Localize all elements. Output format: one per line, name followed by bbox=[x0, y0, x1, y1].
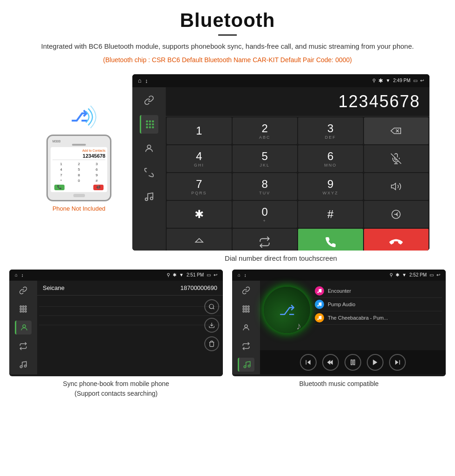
dial-key-7[interactable]: 7 PQRS bbox=[167, 173, 232, 200]
dial-key-2[interactable]: 2 ABC bbox=[233, 117, 298, 144]
contacts-layout: Seicane 18700000690 bbox=[9, 281, 223, 374]
time-display: 2:49 PM bbox=[393, 78, 410, 83]
track-3-name: The Cheebacabra - Pum... bbox=[328, 315, 388, 321]
contacts-main: Seicane 18700000690 bbox=[37, 281, 223, 374]
svg-point-51 bbox=[320, 291, 322, 292]
svg-point-33 bbox=[209, 304, 214, 309]
dial-key-mute[interactable] bbox=[364, 145, 429, 172]
contacts-sidebar bbox=[9, 281, 37, 374]
contacts-sidebar-link[interactable] bbox=[15, 283, 32, 297]
phone-key-7[interactable]: 7 bbox=[52, 173, 70, 178]
svg-marker-59 bbox=[327, 360, 331, 365]
music-bt-icon: ✱ bbox=[396, 272, 399, 277]
music-prev-prev-button[interactable] bbox=[300, 354, 317, 371]
music-sidebar-music[interactable] bbox=[238, 358, 254, 372]
dial-key-5[interactable]: 5 JKL bbox=[233, 145, 298, 172]
skip-back-start-icon bbox=[305, 359, 312, 366]
dial-key-volume[interactable] bbox=[364, 173, 429, 200]
music-back-icon: ↩ bbox=[436, 272, 440, 277]
dial-key-hash[interactable]: # bbox=[298, 201, 363, 228]
phone-key-2[interactable]: 2 bbox=[70, 161, 87, 167]
phone-key-hash[interactable]: # bbox=[88, 178, 105, 183]
contacts-caption: Sync phone-book from mobile phone(Suppor… bbox=[63, 379, 169, 399]
bluetooth-status-icon: ✱ bbox=[378, 77, 383, 84]
phone-call-button[interactable]: 📞 bbox=[54, 185, 65, 190]
dial-key-8[interactable]: 8 TUV bbox=[233, 173, 298, 200]
dial-key-star[interactable]: ✱ bbox=[167, 201, 232, 228]
music-sidebar-contact[interactable] bbox=[238, 321, 254, 334]
phone-key-6[interactable]: 6 bbox=[88, 167, 105, 172]
dial-key-call[interactable] bbox=[298, 229, 363, 251]
phone-end-button[interactable]: 📵 bbox=[93, 185, 104, 190]
phone-carrier: M300 bbox=[52, 140, 61, 143]
sidebar-keypad-icon[interactable] bbox=[140, 115, 158, 134]
dial-main: 12345678 1 2 ABC bbox=[166, 87, 429, 251]
contacts-caption-text: Sync phone-book from mobile phone(Suppor… bbox=[63, 380, 169, 397]
phone-key-3[interactable]: 3 bbox=[88, 161, 105, 167]
dial-key-4[interactable]: 4 GHI bbox=[167, 145, 232, 172]
page-specs: (Bluetooth chip : CSR BC6 Default Blueto… bbox=[37, 55, 418, 65]
track-3[interactable]: The Cheebacabra - Pum... bbox=[315, 311, 442, 325]
dial-key-swap[interactable] bbox=[364, 201, 429, 228]
contacts-sidebar-call[interactable] bbox=[15, 339, 32, 353]
contacts-search-button[interactable] bbox=[204, 299, 219, 314]
svg-point-55 bbox=[320, 318, 322, 319]
dial-key-6[interactable]: 6 MNO bbox=[298, 145, 363, 172]
svg-rect-42 bbox=[243, 311, 244, 312]
sidebar-call-transfer-icon[interactable] bbox=[140, 163, 158, 182]
phone-key-star[interactable]: * bbox=[52, 178, 70, 183]
dial-key-0[interactable]: 0 + bbox=[233, 201, 298, 228]
phone-home-button[interactable] bbox=[73, 194, 85, 197]
contacts-sidebar-keypad[interactable] bbox=[15, 302, 32, 316]
contacts-download-button[interactable] bbox=[204, 318, 219, 333]
svg-point-45 bbox=[245, 325, 247, 328]
contacts-car-screen: ⌂ ↨ ⚲ ✱ ▼ 2:51 PM ▭ ↩ bbox=[9, 270, 223, 376]
svg-rect-5 bbox=[149, 123, 151, 125]
sidebar-contact-icon[interactable] bbox=[140, 139, 158, 158]
track-2[interactable]: Pump Audio bbox=[315, 298, 442, 311]
svg-point-52 bbox=[318, 305, 319, 306]
music-play-button[interactable] bbox=[367, 354, 384, 371]
phone-key-5[interactable]: 5 bbox=[70, 167, 87, 172]
dial-key-3[interactable]: 3 DEF bbox=[298, 117, 363, 144]
svg-rect-41 bbox=[248, 308, 249, 309]
mute-icon bbox=[390, 153, 402, 164]
phone-not-included-label: Phone Not Included bbox=[52, 205, 105, 212]
phone-key-8[interactable]: 8 bbox=[70, 173, 87, 178]
dial-key-backspace[interactable] bbox=[364, 117, 429, 144]
dial-key-1[interactable]: 1 bbox=[167, 117, 232, 144]
phone-key-9[interactable]: 9 bbox=[88, 173, 105, 178]
sidebar-music-icon[interactable] bbox=[140, 187, 158, 206]
contact-name: Seicane bbox=[43, 284, 65, 291]
sidebar-link-icon[interactable] bbox=[140, 91, 158, 109]
page-subtitle: Integrated with BC6 Bluetooth module, su… bbox=[37, 41, 418, 52]
phone-key-1[interactable]: 1 bbox=[52, 161, 70, 167]
contacts-sidebar-music[interactable] bbox=[15, 358, 32, 372]
dial-key-9[interactable]: 9 WXYZ bbox=[298, 173, 363, 200]
trash-icon bbox=[208, 341, 215, 347]
dial-key-end[interactable] bbox=[364, 229, 429, 251]
phone-number: 12345678 bbox=[52, 153, 105, 160]
phone-key-0[interactable]: 0 bbox=[70, 178, 87, 183]
transfer-icon bbox=[259, 236, 271, 248]
dial-key-transfer[interactable] bbox=[233, 229, 298, 251]
music-link-icon bbox=[242, 286, 250, 295]
music-content: ⎇ ♪ bbox=[260, 281, 446, 350]
rewind-icon bbox=[327, 359, 334, 366]
track-1[interactable]: Encounter bbox=[315, 284, 442, 298]
music-sidebar-link[interactable] bbox=[238, 283, 254, 297]
music-usb-icon: ↨ bbox=[244, 273, 247, 277]
music-note-sidebar-icon bbox=[19, 360, 27, 369]
music-next-button[interactable] bbox=[389, 354, 406, 371]
dial-key-contacts[interactable] bbox=[167, 229, 232, 251]
music-pause-button[interactable] bbox=[344, 354, 361, 371]
contacts-delete-button[interactable] bbox=[204, 336, 219, 351]
music-sidebar-call[interactable] bbox=[238, 339, 254, 353]
contacts-sidebar-contact[interactable] bbox=[15, 321, 32, 334]
svg-rect-37 bbox=[246, 306, 247, 307]
phone-key-4[interactable]: 4 bbox=[52, 167, 70, 172]
music-rewind-button[interactable] bbox=[322, 354, 339, 371]
music-sidebar-keypad[interactable] bbox=[238, 302, 254, 316]
music-battery-icon: ▭ bbox=[429, 272, 434, 277]
contacts-usb-icon: ↨ bbox=[21, 273, 24, 277]
